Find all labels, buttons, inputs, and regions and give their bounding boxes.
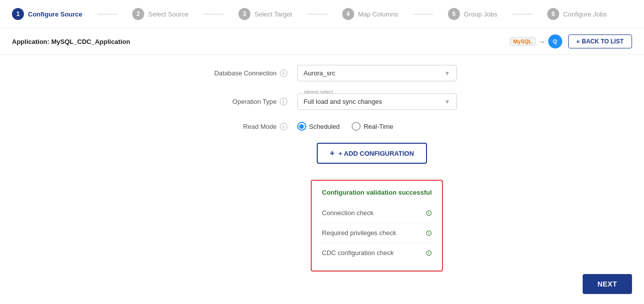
radio-realtime-label: Real-Time (364, 123, 393, 130)
operation-type-select[interactable]: Full load and sync changes ▼ (297, 93, 457, 110)
step-2-circle: 2 (132, 8, 144, 20)
step-3[interactable]: 3 Select Target (238, 8, 292, 20)
step-connector-5 (512, 14, 532, 14)
mysql-icon: MySQL (510, 37, 536, 46)
read-mode-info-icon[interactable]: i (280, 123, 287, 130)
add-configuration-button[interactable]: + + ADD CONFIGURATION (317, 143, 427, 164)
read-mode-control: Scheduled Real-Time (297, 122, 457, 131)
step-4-label: Map Columns (358, 10, 398, 18)
db-icons: MySQL → Q (510, 34, 562, 48)
db-connection-info-icon[interactable]: i (280, 69, 287, 77)
validation-cdc-check: CDC configuration check ⊙ (322, 243, 431, 263)
db-connection-label: Database Connection i (188, 69, 287, 77)
validation-privileges-check: Required privileges check ⊙ (322, 223, 431, 243)
read-mode-label: Read Mode i (188, 123, 287, 130)
step-2-label: Select Source (148, 10, 189, 18)
validation-box: Configuration validation successful Conn… (311, 180, 442, 272)
step-2[interactable]: 2 Select Source (132, 8, 189, 20)
arrow-icon: → (539, 38, 545, 45)
back-to-list-button[interactable]: « BACK TO LIST (568, 34, 632, 48)
radio-scheduled-outer (297, 122, 306, 131)
privileges-check-icon: ⊙ (426, 228, 432, 238)
step-1-label: Configure Source (28, 10, 82, 18)
db-connection-chevron-icon: ▼ (444, 70, 450, 77)
validation-wrap: Configuration validation successful Conn… (311, 172, 442, 272)
db-connection-select[interactable]: Aurora_src ▼ (297, 65, 457, 81)
step-connector-2 (204, 14, 223, 14)
operation-type-control: please select Full load and sync changes… (297, 93, 457, 110)
step-6[interactable]: 6 Configure Jobs (547, 8, 607, 20)
step-4-circle: 4 (342, 8, 354, 20)
back-chevron-icon: « (577, 38, 580, 45)
step-4[interactable]: 4 Map Columns (342, 8, 398, 20)
step-3-label: Select Target (254, 10, 292, 18)
stepper-bar: 1 Configure Source 2 Select Source 3 Sel… (0, 0, 644, 28)
step-connector-4 (413, 14, 433, 14)
step-connector-1 (97, 14, 117, 14)
step-5-label: Group Jobs (464, 10, 497, 18)
radio-scheduled-label: Scheduled (309, 123, 340, 130)
main-form: Database Connection i Aurora_src ▼ Opera… (0, 55, 644, 272)
db-connection-control: Aurora_src ▼ (297, 65, 457, 81)
cdc-check-icon: ⊙ (426, 248, 432, 258)
step-5-circle: 5 (448, 8, 460, 20)
read-mode-row: Read Mode i Scheduled Real-Time (0, 122, 644, 131)
step-5[interactable]: 5 Group Jobs (448, 8, 497, 20)
step-connector-3 (307, 14, 327, 14)
step-3-circle: 3 (238, 8, 250, 20)
radio-scheduled[interactable]: Scheduled (297, 122, 340, 131)
app-bar: Application: MySQL_CDC_Application MySQL… (0, 28, 644, 55)
operation-type-row: Operation Type i please select Full load… (0, 93, 644, 110)
step-6-circle: 6 (547, 8, 559, 20)
radio-realtime-outer (352, 122, 361, 131)
db-connection-row: Database Connection i Aurora_src ▼ (0, 65, 644, 81)
app-bar-right: MySQL → Q « BACK TO LIST (510, 34, 632, 48)
radio-realtime[interactable]: Real-Time (352, 122, 393, 131)
connection-check-icon: ⊙ (426, 208, 432, 218)
operation-type-label: Operation Type i (188, 98, 287, 105)
step-1[interactable]: 1 Configure Source (12, 8, 82, 20)
step-1-circle: 1 (12, 8, 24, 20)
validation-row: Configuration validation successful Conn… (201, 172, 442, 272)
app-name-label: Application: MySQL_CDC_Application (12, 38, 130, 45)
plus-icon: + (330, 149, 334, 158)
validation-title: Configuration validation successful (322, 189, 431, 196)
operation-type-chevron-icon: ▼ (444, 98, 450, 105)
radio-scheduled-inner (299, 124, 304, 129)
target-db-icon: Q (548, 34, 562, 48)
read-mode-radio-group: Scheduled Real-Time (297, 122, 457, 131)
add-config-btn-row: + + ADD CONFIGURATION (217, 143, 427, 164)
operation-type-info-icon[interactable]: i (280, 98, 287, 105)
validation-connection-check: Connection check ⊙ (322, 203, 431, 223)
step-6-label: Configure Jobs (563, 10, 607, 18)
